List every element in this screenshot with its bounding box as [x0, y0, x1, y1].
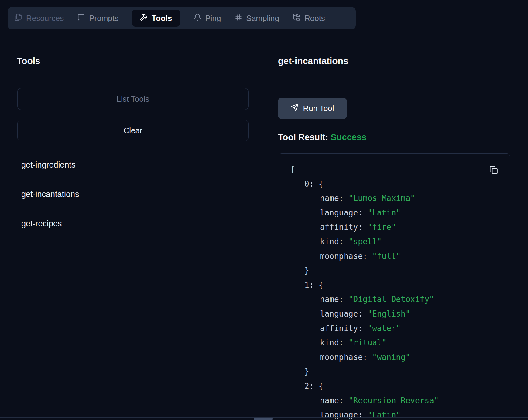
files-icon — [14, 13, 22, 23]
horizontal-scrollbar-thumb[interactable] — [254, 418, 273, 420]
json-tree: [0: {name: "Lumos Maxima"language: "Lati… — [279, 154, 510, 420]
json-property: language: "Latin" — [314, 206, 510, 220]
tab-label: Tools — [152, 14, 172, 23]
json-property: language: "English" — [314, 307, 510, 321]
json-item-close: } — [299, 263, 510, 278]
tool-list-item-get-recipes[interactable]: get-recipes — [21, 218, 79, 230]
json-property: name: "Digital Detoxify" — [314, 292, 510, 307]
tab-label: Roots — [304, 14, 325, 23]
tool-result-label: Tool Result: — [278, 132, 328, 142]
json-property: name: "Recursion Reversa" — [314, 394, 510, 408]
json-item-open: 2: { — [299, 379, 510, 394]
message-square-icon — [77, 13, 85, 23]
json-property: name: "Lumos Maxima" — [314, 191, 510, 206]
left-panel-title: Tools — [17, 56, 40, 66]
tab-ping[interactable]: Ping — [194, 13, 221, 23]
tab-label: Ping — [205, 14, 221, 23]
copy-icon[interactable] — [489, 166, 498, 174]
json-property: kind: "ritual" — [314, 336, 510, 350]
list-tools-button[interactable]: List Tools — [17, 88, 249, 110]
tab-bar: ResourcesPromptsToolsPingSamplingRoots — [8, 7, 356, 29]
hash-icon — [235, 13, 242, 23]
tool-result-json-box: [0: {name: "Lumos Maxima"language: "Lati… — [279, 153, 510, 420]
send-icon — [291, 103, 299, 113]
tool-result-line: Tool Result: Success — [278, 132, 366, 142]
left-panel-divider — [6, 78, 259, 78]
json-item-open: 1: { — [299, 278, 510, 293]
tool-list-item-get-incantations[interactable]: get-incantations — [21, 188, 79, 200]
selected-tool-title: get-incantations — [278, 56, 348, 66]
horizontal-scrollbar-track — [0, 417, 528, 418]
json-open-bracket: [ — [290, 162, 510, 177]
json-item-close: } — [299, 364, 510, 379]
bell-icon — [194, 13, 201, 23]
tool-list-item-get-ingredients[interactable]: get-ingredients — [21, 159, 79, 171]
json-property: affinity: "fire" — [314, 220, 510, 235]
hammer-icon — [140, 13, 148, 23]
json-property: moonphase: "waning" — [314, 350, 510, 365]
clear-button[interactable]: Clear — [17, 120, 249, 141]
tab-tools[interactable]: Tools — [132, 10, 180, 27]
folder-tree-icon — [293, 13, 300, 23]
json-item-open: 0: { — [299, 177, 510, 191]
right-panel-divider — [268, 78, 520, 78]
tool-result-status: Success — [331, 132, 366, 142]
tab-roots[interactable]: Roots — [293, 13, 325, 23]
tab-resources[interactable]: Resources — [14, 13, 64, 23]
tool-list: get-ingredientsget-incantationsget-recip… — [21, 159, 79, 247]
json-property: moonphase: "full" — [314, 249, 510, 264]
run-tool-label: Run Tool — [303, 104, 334, 113]
mcp-inspector-screen: ResourcesPromptsToolsPingSamplingRoots T… — [0, 0, 528, 420]
run-tool-button[interactable]: Run Tool — [278, 98, 347, 119]
json-property: kind: "spell" — [314, 235, 510, 249]
tab-label: Resources — [26, 14, 64, 23]
tab-prompts[interactable]: Prompts — [77, 13, 118, 23]
json-property: language: "Latin" — [314, 408, 510, 420]
tab-sampling[interactable]: Sampling — [235, 13, 279, 23]
tab-label: Sampling — [246, 14, 279, 23]
tab-label: Prompts — [89, 14, 118, 23]
json-property: affinity: "water" — [314, 321, 510, 336]
